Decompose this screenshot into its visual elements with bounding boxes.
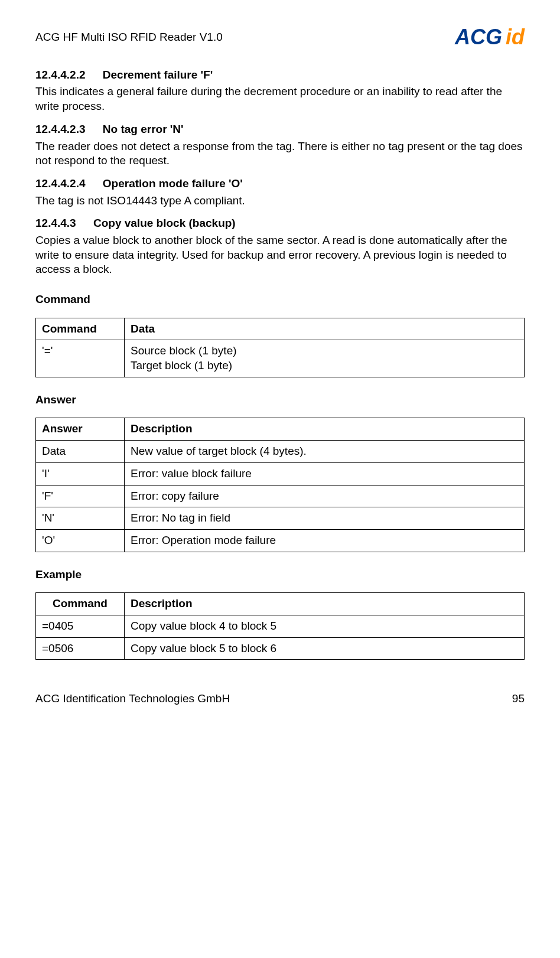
th-data: Data <box>125 318 525 340</box>
cell-description: Copy value block 4 to block 5 <box>125 615 525 637</box>
cell-description: Error: value block failure <box>125 462 525 485</box>
th-description: Description <box>125 593 525 615</box>
example-table: Command Description =0405 Copy value blo… <box>35 592 525 660</box>
cell-command: =0405 <box>36 615 125 637</box>
table-header-row: Answer Description <box>36 418 525 441</box>
section-number: 12.4.4.2.3 <box>35 122 86 137</box>
section-number: 12.4.4.2.4 <box>35 177 86 191</box>
subheading-command: Command <box>35 292 525 307</box>
cell-description: Copy value block 5 to block 6 <box>125 637 525 660</box>
section-number: 12.4.4.2.2 <box>35 68 86 83</box>
table-row: '=' Source block (1 byte) Target block (… <box>36 340 525 377</box>
cell-answer: Data <box>36 441 125 463</box>
cell-answer: 'F' <box>36 485 125 507</box>
cell-description: Error: copy failure <box>125 485 525 507</box>
footer-company: ACG Identification Technologies GmbH <box>35 692 230 706</box>
section-body: Copies a value block to another block of… <box>35 233 525 277</box>
answer-table: Answer Description Data New value of tar… <box>35 418 525 552</box>
doc-title: ACG HF Multi ISO RFID Reader V1.0 <box>35 30 223 45</box>
footer-page-number: 95 <box>512 692 525 706</box>
section-heading: 12.4.4.2.3 No tag error 'N' <box>35 122 525 137</box>
table-row: 'I' Error: value block failure <box>36 462 525 485</box>
section-body: The tag is not ISO14443 type A compliant… <box>35 194 525 208</box>
cell-description: New value of target block (4 bytes). <box>125 441 525 463</box>
cell-command: =0506 <box>36 637 125 660</box>
cell-command: '=' <box>36 340 125 377</box>
section-heading: 12.4.4.2.2 Decrement failure 'F' <box>35 68 525 83</box>
page-header: ACG HF Multi ISO RFID Reader V1.0 ACG id <box>35 24 525 51</box>
page-footer: ACG Identification Technologies GmbH 95 <box>35 692 525 706</box>
th-command: Command <box>36 318 125 340</box>
table-row: =0405 Copy value block 4 to block 5 <box>36 615 525 637</box>
data-line2: Target block (1 byte) <box>131 359 232 372</box>
cell-description: Error: No tag in field <box>125 507 525 530</box>
command-table: Command Data '=' Source block (1 byte) T… <box>35 318 525 377</box>
table-header-row: Command Description <box>36 593 525 615</box>
section-heading: 12.4.4.2.4 Operation mode failure 'O' <box>35 177 525 191</box>
cell-answer: 'O' <box>36 529 125 552</box>
table-row: Data New value of target block (4 bytes)… <box>36 441 525 463</box>
table-row: =0506 Copy value block 5 to block 6 <box>36 637 525 660</box>
logo: ACG id <box>455 24 525 51</box>
section-title: Decrement failure 'F' <box>103 69 213 81</box>
section-number: 12.4.4.3 <box>35 216 76 231</box>
section-title: Operation mode failure 'O' <box>103 177 243 190</box>
logo-primary-text: ACG <box>455 24 502 51</box>
cell-data: Source block (1 byte) Target block (1 by… <box>125 340 525 377</box>
cell-description: Error: Operation mode failure <box>125 529 525 552</box>
table-row: 'N' Error: No tag in field <box>36 507 525 530</box>
cell-answer: 'N' <box>36 507 125 530</box>
table-row: 'O' Error: Operation mode failure <box>36 529 525 552</box>
section-body: The reader does not detect a response fr… <box>35 139 525 168</box>
subheading-example: Example <box>35 568 525 582</box>
cell-answer: 'I' <box>36 462 125 485</box>
section-title: No tag error 'N' <box>103 123 184 135</box>
section-body: This indicates a general failure during … <box>35 84 525 113</box>
section-heading: 12.4.4.3 Copy value block (backup) <box>35 216 525 231</box>
table-header-row: Command Data <box>36 318 525 340</box>
th-command: Command <box>36 593 125 615</box>
th-description: Description <box>125 418 525 441</box>
section-title: Copy value block (backup) <box>93 217 236 229</box>
logo-accent-text: id <box>506 24 525 51</box>
data-line1: Source block (1 byte) <box>131 344 237 357</box>
table-row: 'F' Error: copy failure <box>36 485 525 507</box>
subheading-answer: Answer <box>35 393 525 408</box>
th-answer: Answer <box>36 418 125 441</box>
